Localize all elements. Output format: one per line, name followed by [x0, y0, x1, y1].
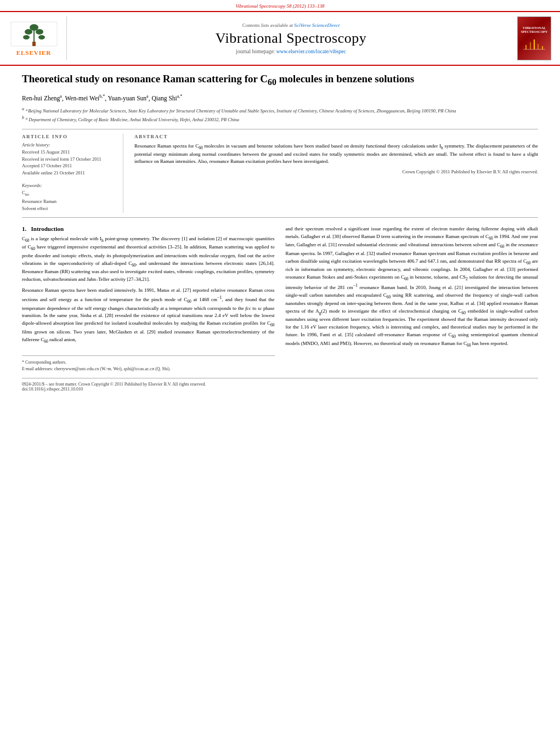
abstract-title: ABSTRACT	[134, 134, 538, 139]
keywords-list: C60 Resonance Raman Solvent effect	[22, 189, 115, 213]
svg-rect-7	[32, 42, 36, 46]
divider-1	[22, 129, 538, 129]
body-para-2: Resonance Raman spectra have been studie…	[22, 287, 275, 344]
cover-image: VIBRATIONAL SPECTROSCOPY	[517, 16, 551, 60]
body-left-col: 1. Introduction C60 is a large spherical…	[22, 225, 275, 372]
journal-header: ELSEVIER Contents lists available at Sci…	[0, 11, 560, 66]
sciverse-link[interactable]: SciVerse ScienceDirect	[294, 22, 340, 28]
journal-cover: VIBRATIONAL SPECTROSCOPY	[515, 16, 553, 60]
section1-heading: 1. Introduction	[22, 225, 275, 232]
section-number: 1.	[22, 225, 26, 232]
elsevier-logo-icon	[10, 21, 58, 47]
history-label: Article history:	[22, 142, 115, 148]
accepted-date: Accepted 17 October 2011	[22, 162, 115, 169]
article-title: Theoretical study on resonance Raman sca…	[22, 72, 538, 88]
article-info-col: ARTICLE INFO Article history: Received 1…	[22, 134, 123, 213]
article-columns: ARTICLE INFO Article history: Received 1…	[22, 134, 538, 213]
corresponding-note: * Corresponding authors.	[22, 359, 275, 366]
elsevier-logo-container: ELSEVIER	[7, 16, 67, 60]
journal-homepage: journal homepage: www.elsevier.com/locat…	[236, 49, 346, 54]
footnote-area: * Corresponding authors. E-mail addresse…	[22, 355, 275, 372]
keyword-2: Resonance Raman	[22, 198, 115, 206]
available-date: Available online 21 October 2011	[22, 169, 115, 177]
footer-bar: 0924-2031/$ – see front matter. Crown Co…	[22, 378, 538, 392]
body-section: 1. Introduction C60 is a large spherical…	[22, 225, 538, 372]
svg-point-4	[36, 29, 43, 35]
abstract-col: ABSTRACT Resonance Raman spectra for C60…	[134, 134, 538, 213]
copyright-line: Crown Copyright © 2011 Published by Else…	[134, 169, 538, 174]
elsevier-wordmark: ELSEVIER	[16, 49, 52, 56]
footer-issn: 0924-2031/$ – see front matter. Crown Co…	[22, 382, 538, 387]
svg-point-3	[25, 29, 32, 35]
article-info-title: ARTICLE INFO	[22, 134, 115, 139]
keywords-label: Keywords:	[22, 183, 115, 188]
body-right-col: and their spectrum resolved a significan…	[286, 225, 539, 372]
received-revised-date: Received in revised form 17 October 2011	[22, 156, 115, 163]
body-para-1: C60 is a large spherical molecule with I…	[22, 235, 275, 284]
article-content: Theoretical study on resonance Raman sca…	[0, 66, 560, 400]
svg-point-6	[38, 35, 45, 39]
page-wrapper: Vibrational Spectroscopy 58 (2012) 133–1…	[0, 0, 560, 741]
footer-doi: doi:10.1016/j.vibspec.2011.10.010	[22, 387, 538, 392]
divider-2	[22, 217, 538, 218]
journal-center-header: Contents lists available at SciVerse Sci…	[72, 16, 510, 60]
authors-line: Ren-hui Zhenga, Wen-mei Weib,*, Yuan-yua…	[22, 93, 538, 103]
journal-ref-bar: Vibrational Spectroscopy 58 (2012) 133–1…	[0, 0, 560, 11]
svg-point-5	[23, 35, 30, 39]
journal-ref: Vibrational Spectroscopy 58 (2012) 133–1…	[236, 3, 325, 9]
homepage-url[interactable]: www.elsevier.com/locate/vibspec	[276, 49, 346, 54]
using-text: using	[319, 258, 330, 264]
journal-name: Vibrational Spectroscopy	[216, 30, 366, 47]
received-date: Received 15 August 2011	[22, 149, 115, 156]
cover-title: VIBRATIONAL SPECTROSCOPY	[520, 26, 548, 34]
cover-decoration	[521, 34, 548, 50]
abstract-text: Resonance Raman spectra for C60 molecule…	[134, 143, 538, 166]
email-note: E-mail addresses: cherrywwm@ustc.edu.cn …	[22, 366, 275, 372]
keyword-1: C60	[22, 189, 115, 198]
affiliations: a ᵃ Beijing National Laboratory for Mole…	[22, 106, 538, 123]
sciverse-line: Contents lists available at SciVerse Sci…	[242, 22, 340, 28]
body-para-right-1: and their spectrum resolved a significan…	[286, 225, 539, 348]
keyword-3: Solvent effect	[22, 205, 115, 213]
